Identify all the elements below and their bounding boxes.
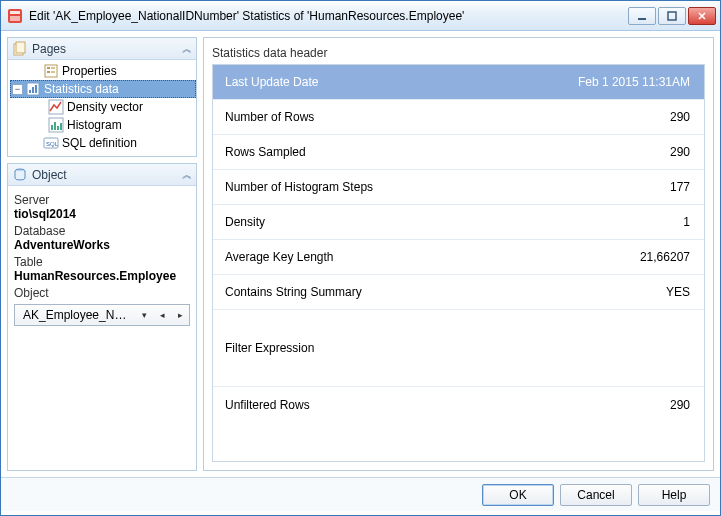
object-selector[interactable]: AK_Employee_Natio... ▾ ◂ ▸ xyxy=(14,304,190,326)
grid-name: Filter Expression xyxy=(213,341,413,355)
tree-item-sql-definition[interactable]: SQL SQL definition xyxy=(10,134,196,152)
grid-value: 290 xyxy=(413,110,704,124)
svg-rect-19 xyxy=(54,122,56,130)
svg-rect-13 xyxy=(29,90,31,93)
table-value: HumanResources.Employee xyxy=(14,269,190,283)
maximize-button[interactable] xyxy=(658,7,686,25)
table-label: Table xyxy=(14,255,190,269)
svg-rect-1 xyxy=(10,11,20,14)
grid-value: 290 xyxy=(413,398,704,412)
grid-value: 21,66207 xyxy=(413,250,704,264)
main-panel: Statistics data header Last Update Date … xyxy=(203,37,714,471)
object-panel: Object ︽ Server tio\sql2014 Database Adv… xyxy=(7,163,197,471)
grid-value: 290 xyxy=(413,145,704,159)
grid-value: 177 xyxy=(413,180,704,194)
button-label: Cancel xyxy=(577,488,614,502)
button-label: OK xyxy=(509,488,526,502)
grid-row-filter-expression[interactable]: Filter Expression xyxy=(213,310,704,387)
app-icon xyxy=(7,8,23,24)
database-label: Database xyxy=(14,224,190,238)
tree-item-statistics-data[interactable]: − Statistics data xyxy=(10,80,196,98)
help-button[interactable]: Help xyxy=(638,484,710,506)
server-value: tio\sql2014 xyxy=(14,207,190,221)
cancel-button[interactable]: Cancel xyxy=(560,484,632,506)
title-bar: Edit 'AK_Employee_NationalIDNumber' Stat… xyxy=(1,1,720,31)
window-title: Edit 'AK_Employee_NationalIDNumber' Stat… xyxy=(29,9,628,23)
client-area: Pages ︽ Properties − Statistics data Den… xyxy=(1,31,720,477)
grid-row-unfiltered-rows[interactable]: Unfiltered Rows 290 xyxy=(213,387,704,422)
tree-item-label: Properties xyxy=(62,64,117,78)
grid-row-density[interactable]: Density 1 xyxy=(213,205,704,240)
tree-item-density-vector[interactable]: Density vector xyxy=(10,98,196,116)
object-panel-title: Object xyxy=(32,168,182,182)
grid-name: Last Update Date xyxy=(213,75,413,89)
minimize-button[interactable] xyxy=(628,7,656,25)
svg-rect-2 xyxy=(10,16,20,21)
grid-value: YES xyxy=(413,285,704,299)
tree-expander-icon[interactable]: − xyxy=(12,84,23,95)
grid-name: Number of Histogram Steps xyxy=(213,180,413,194)
statistics-icon xyxy=(25,81,41,97)
grid-value: 1 xyxy=(413,215,704,229)
tree-item-label: SQL definition xyxy=(62,136,137,150)
grid-name: Unfiltered Rows xyxy=(213,398,413,412)
object-label: Object xyxy=(14,286,190,300)
tree-item-label: Statistics data xyxy=(44,82,119,96)
grid-row-avg-key-length[interactable]: Average Key Length 21,66207 xyxy=(213,240,704,275)
button-label: Help xyxy=(662,488,687,502)
pages-tree: Properties − Statistics data Density vec… xyxy=(8,60,196,156)
pages-panel: Pages ︽ Properties − Statistics data Den… xyxy=(7,37,197,157)
object-panel-body: Server tio\sql2014 Database AdventureWor… xyxy=(8,186,196,334)
window-buttons xyxy=(628,7,716,25)
object-icon xyxy=(12,167,28,183)
grid-row-number-of-rows[interactable]: Number of Rows 290 xyxy=(213,100,704,135)
grid-row-last-update[interactable]: Last Update Date Feb 1 2015 11:31AM xyxy=(213,65,704,100)
svg-rect-11 xyxy=(51,71,55,73)
properties-icon xyxy=(43,63,59,79)
left-column: Pages ︽ Properties − Statistics data Den… xyxy=(7,37,197,471)
grid-name: Rows Sampled xyxy=(213,145,413,159)
dialog-footer: OK Cancel Help xyxy=(1,477,720,511)
section-title: Statistics data header xyxy=(212,46,705,60)
tree-spacer xyxy=(30,66,41,77)
tree-item-properties[interactable]: Properties xyxy=(10,62,196,80)
grid-row-rows-sampled[interactable]: Rows Sampled 290 xyxy=(213,135,704,170)
grid-value: Feb 1 2015 11:31AM xyxy=(413,75,704,89)
tree-item-label: Density vector xyxy=(67,100,143,114)
sql-icon: SQL xyxy=(43,135,59,151)
stats-grid: Last Update Date Feb 1 2015 11:31AM Numb… xyxy=(212,64,705,462)
grid-name: Average Key Length xyxy=(213,250,413,264)
tree-item-label: Histogram xyxy=(67,118,122,132)
histogram-icon xyxy=(48,117,64,133)
database-value: AdventureWorks xyxy=(14,238,190,252)
svg-rect-6 xyxy=(16,42,25,53)
svg-rect-21 xyxy=(60,123,62,130)
tree-item-histogram[interactable]: Histogram xyxy=(10,116,196,134)
collapse-chevron-icon[interactable]: ︽ xyxy=(182,42,192,56)
svg-rect-4 xyxy=(668,12,676,20)
grid-row-histogram-steps[interactable]: Number of Histogram Steps 177 xyxy=(213,170,704,205)
object-panel-header[interactable]: Object ︽ xyxy=(8,164,196,186)
dropdown-arrow-icon[interactable]: ▾ xyxy=(137,307,151,323)
object-selector-text: AK_Employee_Natio... xyxy=(23,308,133,322)
pages-icon xyxy=(12,41,28,57)
pages-panel-header[interactable]: Pages ︽ xyxy=(8,38,196,60)
svg-rect-14 xyxy=(32,87,34,93)
svg-rect-20 xyxy=(57,126,59,130)
nav-next-icon[interactable]: ▸ xyxy=(173,307,187,323)
collapse-chevron-icon[interactable]: ︽ xyxy=(182,168,192,182)
tree-spacer xyxy=(30,138,41,149)
svg-rect-3 xyxy=(638,18,646,20)
grid-row-string-summary[interactable]: Contains String Summary YES xyxy=(213,275,704,310)
grid-name: Number of Rows xyxy=(213,110,413,124)
close-button[interactable] xyxy=(688,7,716,25)
svg-rect-8 xyxy=(47,67,50,69)
ok-button[interactable]: OK xyxy=(482,484,554,506)
svg-rect-10 xyxy=(51,67,55,69)
grid-name: Contains String Summary xyxy=(213,285,413,299)
nav-prev-icon[interactable]: ◂ xyxy=(155,307,169,323)
svg-text:SQL: SQL xyxy=(46,141,59,147)
svg-rect-15 xyxy=(35,85,37,93)
svg-rect-18 xyxy=(51,125,53,130)
pages-panel-title: Pages xyxy=(32,42,182,56)
